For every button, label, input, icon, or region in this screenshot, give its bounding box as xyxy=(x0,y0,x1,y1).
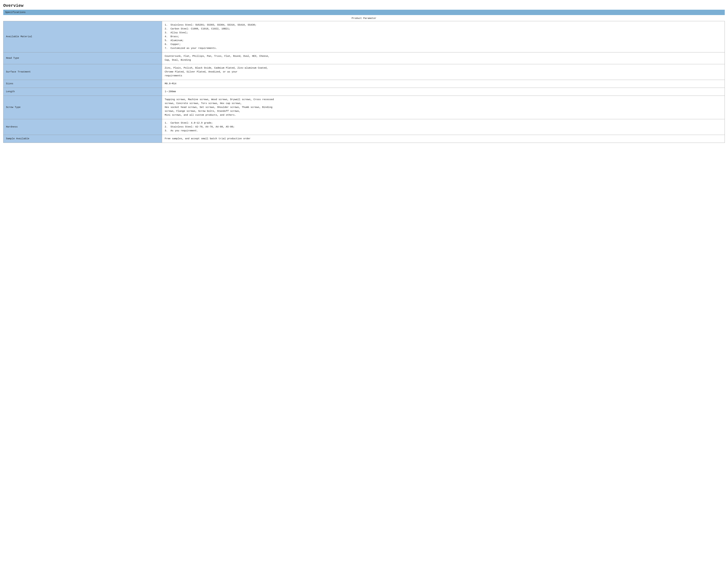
table-row: Surface TreatmentZinc, Plain, Polish, Bl… xyxy=(3,64,725,80)
param-label: Available Material xyxy=(3,21,162,52)
table-row: Available Material1. Stainless Steel: SU… xyxy=(3,21,725,52)
table-row: Sample AvailableFree samples, and accept… xyxy=(3,135,725,143)
param-value: 1～200mm xyxy=(162,88,725,96)
param-label: Head Type xyxy=(3,52,162,64)
table-row: Hardness1. Carbon Steel: 4.8~12.9 grade;… xyxy=(3,119,725,135)
param-value: Countersunk, Flat, Phillips, Pan, Truss,… xyxy=(162,52,725,64)
table-row: Head TypeCountersunk, Flat, Phillips, Pa… xyxy=(3,52,725,64)
table-row: Length1～200mm xyxy=(3,88,725,96)
param-label: Sizes xyxy=(3,80,162,88)
param-label: Surface Treatment xyxy=(3,64,162,80)
param-label: Sample Available xyxy=(3,135,162,143)
param-value: 1. Stainless Steel: SUS201; SS303, SS304… xyxy=(162,21,725,52)
specs-header: Specifications xyxy=(3,10,725,15)
param-value: Tapping screws, Machine screws, Wood scr… xyxy=(162,96,725,119)
param-value: 1. Carbon Steel: 4.8~12.9 grade; 2. Stai… xyxy=(162,119,725,135)
param-label: Hardness xyxy=(3,119,162,135)
param-value: M0.8~M14 xyxy=(162,80,725,88)
product-parameter-title: Product Parameter xyxy=(3,17,725,20)
table-row: Screw TypeTapping screws, Machine screws… xyxy=(3,96,725,119)
page-title: Overview xyxy=(3,3,725,8)
param-value: Free samples, and accept small batch tri… xyxy=(162,135,725,143)
param-label: Screw Type xyxy=(3,96,162,119)
param-value: Zinc, Plain, Polish, Black Oxide, Cadmiu… xyxy=(162,64,725,80)
params-table: Available Material1. Stainless Steel: SU… xyxy=(3,21,725,143)
table-row: SizesM0.8~M14 xyxy=(3,80,725,88)
param-label: Length xyxy=(3,88,162,96)
